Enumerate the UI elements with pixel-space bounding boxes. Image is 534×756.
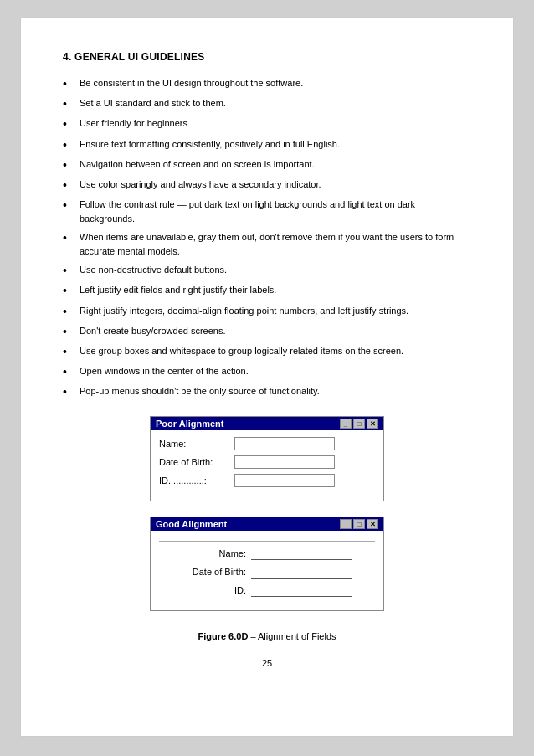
figure-caption-text: – Alignment of Fields (248, 631, 336, 641)
restore-btn-good[interactable]: □ (353, 519, 365, 529)
poor-id-row: ID..............: (159, 474, 375, 487)
restore-btn-poor[interactable]: □ (353, 419, 365, 429)
bullet-text: Navigation between of screen and on scre… (80, 157, 471, 172)
bullet-item: •User friendly for beginners (63, 116, 471, 131)
bullet-text: Ensure text formatting consistently, pos… (80, 137, 471, 152)
poor-name-label: Name: (159, 439, 234, 449)
bullet-item: •Pop-up menus shouldn't be the only sour… (63, 384, 471, 399)
good-dob-row: Date of Birth: (159, 565, 375, 579)
page-number: 25 (63, 658, 471, 668)
bullet-text: Set a UI standard and stick to them. (80, 96, 471, 111)
bullet-item: •Left justify edit fields and right just… (63, 283, 471, 298)
bullet-dot: • (63, 344, 74, 359)
good-alignment-title: Good Alignment (156, 519, 227, 529)
figure-caption: Figure 6.0D – Alignment of Fields (198, 631, 336, 641)
bullet-dot: • (63, 137, 74, 152)
good-alignment-titlebar: Good Alignment _ □ ✕ (151, 517, 383, 531)
poor-alignment-titlebar: Poor Alignment _ □ ✕ (151, 417, 383, 430)
bullet-item: •Navigation between of screen and on scr… (63, 157, 471, 172)
poor-dob-row: Date of Birth: (159, 455, 375, 469)
good-name-field[interactable] (251, 547, 352, 560)
poor-dob-label: Date of Birth: (159, 457, 234, 467)
figure-caption-bold: Figure 6.0D (198, 631, 248, 641)
bullet-text: Pop-up menus shouldn't be the only sourc… (80, 384, 471, 399)
good-separator (159, 541, 375, 542)
minimize-btn-poor[interactable]: _ (340, 419, 352, 429)
good-name-row: Name: (159, 547, 375, 560)
bullet-text: Use non-destructive default buttons. (80, 263, 471, 277)
section-title: 4. GENERAL UI GUIDELINES (63, 51, 471, 63)
good-dob-label: Date of Birth: (159, 567, 251, 577)
good-alignment-window: Good Alignment _ □ ✕ Name: Date of Birth… (150, 517, 384, 611)
poor-alignment-title: Poor Alignment (156, 419, 223, 429)
good-name-label: Name: (159, 548, 251, 558)
bullet-text: Left justify edit fields and right justi… (80, 283, 471, 297)
bullet-text: Use group boxes and whitespace to group … (80, 344, 471, 358)
bullet-text: When items are unavailable, gray them ou… (80, 230, 471, 258)
poor-id-field[interactable] (234, 474, 335, 487)
titlebar-buttons-good: _ □ ✕ (340, 519, 378, 529)
bullet-text: Use color sparingly and always have a se… (80, 177, 471, 192)
poor-name-row: Name: (159, 437, 375, 450)
bullet-item: •Use non-destructive default buttons. (63, 263, 471, 278)
bullet-dot: • (63, 116, 74, 131)
titlebar-buttons-poor: _ □ ✕ (340, 419, 378, 429)
bullet-dot: • (63, 177, 74, 193)
bullet-dot: • (63, 304, 74, 319)
minimize-btn-good[interactable]: _ (340, 519, 352, 529)
bullet-item: •Open windows in the center of the actio… (63, 364, 471, 379)
good-dob-field[interactable] (251, 565, 352, 579)
page: 4. GENERAL UI GUIDELINES •Be consistent … (20, 17, 514, 737)
poor-alignment-body: Name: Date of Birth: ID..............: (151, 430, 383, 501)
close-btn-good[interactable]: ✕ (367, 519, 378, 529)
good-id-row: ID: (159, 584, 375, 597)
poor-id-label: ID..............: (159, 476, 234, 486)
bullet-text: User friendly for beginners (80, 116, 471, 131)
bullet-dot: • (63, 364, 74, 379)
bullet-dot: • (63, 198, 74, 213)
bullet-item: •Use color sparingly and always have a s… (63, 177, 471, 193)
good-id-field[interactable] (251, 584, 352, 597)
poor-name-field[interactable] (234, 437, 335, 450)
bullet-item: •Follow the contrast rule — put dark tex… (63, 198, 471, 225)
bullet-item: •Ensure text formatting consistently, po… (63, 137, 471, 152)
poor-dob-field[interactable] (234, 455, 335, 469)
bullet-text: Open windows in the center of the action… (80, 364, 471, 378)
bullet-text: Follow the contrast rule — put dark text… (80, 198, 471, 225)
bullet-item: •Use group boxes and whitespace to group… (63, 344, 471, 359)
bullet-dot: • (63, 76, 74, 91)
bullet-dot: • (63, 324, 74, 339)
bullet-dot: • (63, 384, 74, 399)
poor-alignment-window: Poor Alignment _ □ ✕ Name: Date of Birth… (150, 416, 384, 501)
bullet-text: Be consistent in the UI design throughou… (80, 76, 471, 90)
bullet-text: Don't create busy/crowded screens. (80, 324, 471, 338)
good-id-label: ID: (159, 585, 251, 595)
bullet-dot: • (63, 96, 74, 111)
close-btn-poor[interactable]: ✕ (367, 419, 378, 429)
bullet-dot: • (63, 157, 74, 172)
bullet-dot: • (63, 283, 74, 298)
bullet-list: •Be consistent in the UI design througho… (63, 76, 471, 399)
bullet-item: •Set a UI standard and stick to them. (63, 96, 471, 111)
bullet-item: •Be consistent in the UI design througho… (63, 76, 471, 91)
good-alignment-body: Name: Date of Birth: ID: (151, 531, 383, 610)
figures-area: Poor Alignment _ □ ✕ Name: Date of Birth… (63, 416, 471, 641)
bullet-item: •Right justify integers, decimal-align f… (63, 304, 471, 319)
bullet-text: Right justify integers, decimal-align fl… (80, 304, 471, 318)
bullet-item: •When items are unavailable, gray them o… (63, 230, 471, 258)
bullet-dot: • (63, 263, 74, 278)
bullet-item: •Don't create busy/crowded screens. (63, 324, 471, 339)
bullet-dot: • (63, 230, 74, 245)
